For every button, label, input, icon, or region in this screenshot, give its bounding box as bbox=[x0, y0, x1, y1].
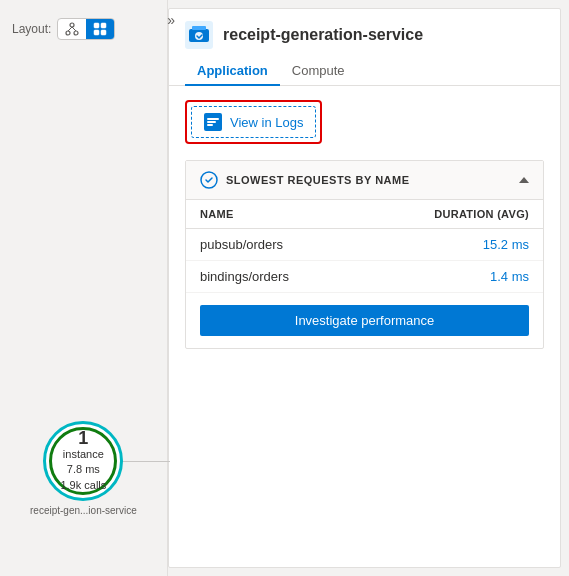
tab-compute[interactable]: Compute bbox=[280, 57, 357, 86]
main-panel: receipt-generation-service Application C… bbox=[168, 8, 561, 568]
layout-network-btn[interactable] bbox=[58, 19, 86, 39]
calls-label: 1.9k calls bbox=[60, 479, 106, 491]
collapse-icon[interactable]: » bbox=[167, 12, 175, 28]
view-logs-label: View in Logs bbox=[230, 115, 303, 130]
sidebar: » Layout: bbox=[0, 0, 168, 576]
service-title: receipt-generation-service bbox=[223, 26, 423, 44]
row-1-duration: 15.2 ms bbox=[483, 237, 529, 252]
panel-body: View in Logs SLOWEST REQUESTS BY NAME NA bbox=[169, 86, 560, 567]
svg-rect-14 bbox=[207, 118, 219, 120]
service-icon bbox=[185, 21, 213, 49]
panel-tabs: Application Compute bbox=[185, 57, 544, 85]
layout-control: Layout: bbox=[0, 10, 167, 48]
table-row: bindings/orders 1.4 ms bbox=[186, 261, 543, 293]
layout-list-btn[interactable] bbox=[86, 19, 114, 39]
svg-rect-15 bbox=[207, 121, 216, 123]
svg-point-2 bbox=[74, 31, 78, 35]
investigate-performance-button[interactable]: Investigate performance bbox=[200, 305, 529, 336]
card-header-left: SLOWEST REQUESTS BY NAME bbox=[200, 171, 410, 189]
view-in-logs-button[interactable]: View in Logs bbox=[191, 106, 316, 138]
card-title: SLOWEST REQUESTS BY NAME bbox=[226, 174, 410, 186]
card-header: SLOWEST REQUESTS BY NAME bbox=[186, 161, 543, 200]
ms-label: 7.8 ms bbox=[67, 463, 100, 475]
svg-rect-5 bbox=[94, 23, 99, 28]
node-inner: 1 instance 7.8 ms 1.9k calls bbox=[49, 427, 117, 495]
col-duration-header: DURATION (AVG) bbox=[434, 208, 529, 220]
table-row: pubsub/orders 15.2 ms bbox=[186, 229, 543, 261]
table-header: NAME DURATION (AVG) bbox=[186, 200, 543, 229]
layout-toggle bbox=[57, 18, 115, 40]
svg-rect-16 bbox=[207, 124, 213, 126]
tab-application[interactable]: Application bbox=[185, 57, 280, 86]
col-name-header: NAME bbox=[200, 208, 234, 220]
instance-label: instance bbox=[63, 448, 104, 460]
svg-rect-7 bbox=[94, 30, 99, 35]
row-2-duration: 1.4 ms bbox=[490, 269, 529, 284]
svg-rect-8 bbox=[101, 30, 106, 35]
requests-icon bbox=[200, 171, 218, 189]
node-circle: 1 instance 7.8 ms 1.9k calls bbox=[43, 421, 123, 501]
instance-count: 1 bbox=[78, 429, 88, 447]
panel-title-row: receipt-generation-service bbox=[185, 21, 544, 49]
svg-rect-6 bbox=[101, 23, 106, 28]
svg-line-4 bbox=[72, 27, 76, 31]
collapse-section-icon[interactable] bbox=[519, 177, 529, 183]
view-logs-highlight: View in Logs bbox=[185, 100, 322, 144]
layout-label: Layout: bbox=[12, 22, 51, 36]
svg-point-0 bbox=[70, 23, 74, 27]
slowest-requests-card: SLOWEST REQUESTS BY NAME NAME DURATION (… bbox=[185, 160, 544, 349]
service-node: 1 instance 7.8 ms 1.9k calls receipt-gen… bbox=[30, 421, 137, 516]
svg-rect-11 bbox=[192, 26, 206, 30]
panel-header: receipt-generation-service Application C… bbox=[169, 9, 560, 86]
svg-point-1 bbox=[66, 31, 70, 35]
svg-line-3 bbox=[68, 27, 72, 31]
logs-icon bbox=[204, 113, 222, 131]
node-service-name: receipt-gen...ion-service bbox=[30, 505, 137, 516]
row-2-name: bindings/orders bbox=[200, 269, 289, 284]
row-1-name: pubsub/orders bbox=[200, 237, 283, 252]
card-body: NAME DURATION (AVG) pubsub/orders 15.2 m… bbox=[186, 200, 543, 336]
